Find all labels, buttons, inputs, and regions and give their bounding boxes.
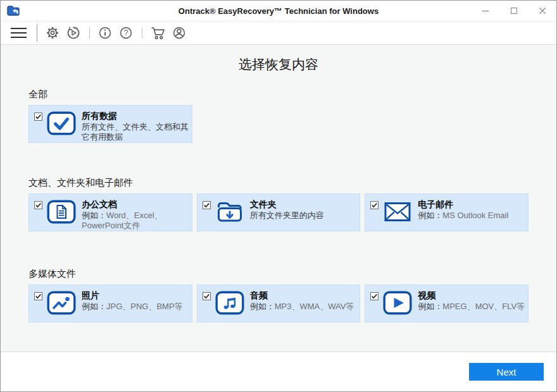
office-document-icon [47,200,76,226]
card-title: 办公文档 [82,199,191,210]
help-icon[interactable]: ? [118,25,134,40]
card-desc-text: MP3、WMA、WAV等 [275,302,354,311]
card-description: 例如：MPEG、MOV、FLV等 [418,302,527,312]
next-button[interactable]: Next [469,363,544,381]
audio-icon [215,291,244,317]
card-text: 电子邮件 例如：MS Outlook Email [418,199,527,221]
checkbox-video[interactable] [370,292,379,300]
account-icon[interactable] [172,25,187,40]
card-desc-prefix: 例如： [82,302,106,311]
checkbox-folders[interactable] [203,201,211,209]
card-desc-text: JPG、PNG、BMP等 [106,302,183,311]
checkbox-email[interactable] [370,201,379,209]
card-title: 音频 [250,290,359,301]
card-photos[interactable]: 照片 例如：JPG、PNG、BMP等 [28,285,192,322]
section-label-documents: 文档、文件夹和电子邮件 [28,177,529,189]
card-text: 视频 例如：MPEG、MOV、FLV等 [418,290,527,312]
all-data-icon [47,111,76,138]
footer-bar: Next [1,352,556,391]
card-desc-text: MPEG、MOV、FLV等 [442,302,525,311]
checkbox-audio[interactable] [203,292,211,300]
card-title: 视频 [418,290,527,301]
toolbar: ? [1,21,556,45]
card-description: 例如：MS Outlook Email [418,211,527,221]
history-restore-icon[interactable] [66,25,81,40]
card-text: 所有数据 所有文件、文件夹、文档和其它有用数据 [82,111,191,143]
svg-text:?: ? [124,28,128,37]
card-row-documents: 办公文档 例如：Word、Excel、PowerPoint文件 [28,193,529,231]
card-row-multimedia: 照片 例如：JPG、PNG、BMP等 [28,285,529,322]
card-desc-text: MS Outlook Email [442,211,508,220]
video-icon [383,291,412,317]
card-text: 文件夹 所有文件夹里的内容 [250,199,359,221]
card-audio[interactable]: 音频 例如：MP3、WMA、WAV等 [197,285,361,322]
card-title: 所有数据 [82,111,191,121]
minimize-button[interactable] [471,1,499,21]
card-description: 例如：Word、Excel、PowerPoint文件 [82,211,191,231]
section-label-all: 全部 [28,89,529,101]
card-description: 所有文件夹里的内容 [250,211,359,221]
close-button[interactable] [528,1,556,21]
card-all-data[interactable]: 所有数据 所有文件、文件夹、文档和其它有用数据 [28,105,192,143]
checkbox-photos[interactable] [34,292,42,300]
card-description: 例如：JPG、PNG、BMP等 [82,302,191,312]
checkbox-office-documents[interactable] [34,201,42,209]
folder-icon [215,200,244,226]
menu-icon[interactable] [10,27,27,39]
card-text: 音频 例如：MP3、WMA、WAV等 [250,290,359,312]
page-title: 选择恢复内容 [28,45,529,73]
card-video[interactable]: 视频 例如：MPEG、MOV、FLV等 [365,285,529,322]
card-desc-text: 所有文件、文件夹、文档和其它有用数据 [82,122,189,142]
card-desc-prefix: 例如： [82,211,106,220]
info-icon[interactable] [97,25,113,40]
card-folders[interactable]: 文件夹 所有文件夹里的内容 [197,193,361,231]
card-desc-prefix: 例如： [418,211,442,220]
card-text: 照片 例如：JPG、PNG、BMP等 [82,290,191,312]
card-email[interactable]: 电子邮件 例如：MS Outlook Email [365,193,529,231]
toolbar-separator [142,28,142,39]
card-title: 文件夹 [250,199,359,210]
toolbar-separator [37,25,37,42]
photo-icon [47,291,76,317]
card-description: 例如：MP3、WMA、WAV等 [250,302,359,312]
maximize-button[interactable] [499,1,528,21]
card-title: 照片 [82,290,191,301]
toolbar-separator [89,28,90,39]
titlebar: Ontrack® EasyRecovery™ Technician for Wi… [1,1,556,21]
card-desc-prefix: 例如： [250,302,275,311]
card-description: 所有文件、文件夹、文档和其它有用数据 [82,122,191,143]
card-desc-prefix: 例如： [418,302,442,311]
app-window: Ontrack® EasyRecovery™ Technician for Wi… [0,0,557,392]
card-title: 电子邮件 [418,199,527,210]
checkbox-all-data[interactable] [34,113,42,121]
card-text: 办公文档 例如：Word、Excel、PowerPoint文件 [82,199,191,231]
settings-gear-icon[interactable] [45,25,60,40]
main-content: 选择恢复内容 全部 所有数据 所有文件、文件夹、文档和其它有用数据 [1,45,556,352]
section-label-multimedia: 多媒体文件 [28,268,529,280]
email-icon [383,200,412,226]
shopping-cart-icon[interactable] [150,25,166,40]
window-controls [471,1,556,21]
card-row-all: 所有数据 所有文件、文件夹、文档和其它有用数据 [28,105,529,143]
app-logo-icon [7,4,21,17]
card-office-documents[interactable]: 办公文档 例如：Word、Excel、PowerPoint文件 [28,193,192,231]
card-desc-text: 所有文件夹里的内容 [250,211,324,220]
